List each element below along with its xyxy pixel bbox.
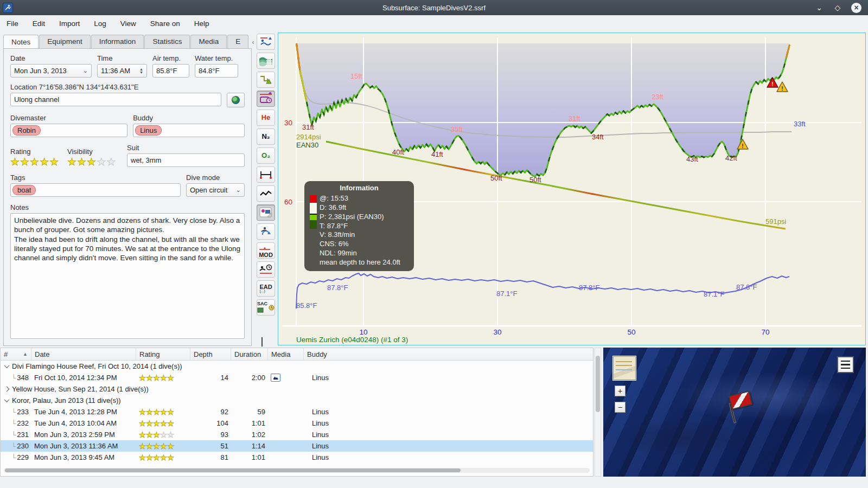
sac-label: SAC [257, 301, 267, 306]
minimize-button[interactable]: ⌄ [814, 3, 824, 12]
dc-ceiling-button[interactable] [257, 72, 275, 88]
trip-row[interactable]: Divi Flamingo House Reef, Fri Oct 10, 20… [1, 361, 593, 372]
calc-ceiling-diver-button[interactable] [257, 34, 275, 50]
map-zoom-in-button[interactable]: + [615, 386, 626, 396]
star-filled-icon: ★ [146, 408, 153, 416]
menu-help[interactable]: Help [194, 20, 209, 28]
star-filled-icon: ★ [139, 454, 146, 461]
toolbar-scroll-down-button[interactable] [261, 337, 270, 346]
location-field[interactable] [10, 93, 221, 106]
tab-extra[interactable]: E [227, 35, 248, 48]
collapse-icon[interactable] [4, 363, 10, 368]
globe-icon [232, 96, 240, 104]
star-filled-icon: ★ [30, 156, 40, 168]
buddy-tag[interactable]: Linus [135, 125, 162, 136]
star-empty-icon: ★ [160, 431, 167, 439]
col-header-buddy[interactable]: Buddy [304, 348, 593, 360]
dive-mode-select[interactable]: Open circuit ⌄ [186, 183, 245, 197]
menu-log[interactable]: Log [94, 20, 106, 28]
rating-label: Rating [10, 147, 62, 156]
tags-field[interactable]: boat [10, 183, 181, 197]
ead-button[interactable]: EAD (...) [257, 280, 275, 297]
expand-icon[interactable] [4, 387, 10, 392]
notes-textarea[interactable]: Unbelievable dive. Dozens and dozens of … [10, 213, 245, 339]
menu-view[interactable]: View [120, 20, 136, 28]
close-button[interactable]: × [851, 3, 861, 13]
profile-annotation: 23ft [652, 93, 663, 101]
photo-thumbnail-icon[interactable] [271, 374, 280, 382]
dive-mode-label: Dive mode [186, 174, 245, 182]
buddy-field[interactable]: Linus [133, 124, 245, 137]
menu-import[interactable]: Import [59, 20, 80, 28]
deco-time-button[interactable] [257, 261, 275, 278]
dive-rating: ★★★★★ [136, 408, 190, 416]
dive-profile-chart[interactable]: !!!15ft31ft2914psiEAN3040ft41ft35ft50ft5… [278, 33, 866, 345]
suit-field[interactable] [127, 153, 245, 167]
air-temp-label: Air temp. [152, 54, 189, 62]
mod-button[interactable]: MOD [257, 242, 275, 259]
menu-share-on[interactable]: Share on [150, 20, 180, 28]
col-header-rating[interactable]: Rating [136, 348, 190, 360]
scrollbar-thumb[interactable] [5, 468, 461, 472]
warning-exclamation: ! [771, 81, 773, 87]
dive-depth: 14 [190, 374, 231, 382]
collapse-icon[interactable] [4, 397, 10, 402]
vertical-scrollbar[interactable] [595, 348, 601, 477]
tank-pressure-toggle-button[interactable] [257, 91, 275, 107]
scrollbar-thumb[interactable] [596, 356, 600, 412]
diver-clock-icon [259, 263, 273, 276]
horizontal-scrollbar[interactable] [4, 468, 590, 473]
date-combobox[interactable]: Mon Jun 3, 2013 ⌄ [10, 64, 92, 78]
heart-rate-button[interactable] [257, 185, 275, 202]
tag-boat[interactable]: boat [12, 185, 36, 195]
tab-equipment[interactable]: Equipment [39, 35, 91, 48]
star-filled-icon: ★ [67, 156, 77, 168]
trip-label: Yellow House, Sun Sep 21, 2014 (1 dive(s… [12, 385, 149, 393]
spinner-arrows-icon[interactable]: ▲▼ [139, 68, 143, 74]
overview-minimap[interactable] [613, 356, 636, 380]
water-temp-field[interactable] [195, 64, 238, 78]
time-spinbox[interactable]: 11:36 AM ▲▼ [97, 64, 147, 78]
helium-graph-button[interactable]: He [257, 110, 275, 126]
dive-site-map[interactable]: + − [603, 348, 866, 477]
maximize-button[interactable]: ◇ [833, 3, 843, 12]
divemaster-field[interactable]: Robin [10, 124, 127, 137]
col-header-duration[interactable]: Duration [231, 348, 268, 360]
location-globe-button[interactable] [227, 93, 245, 107]
oxygen-graph-button[interactable]: O₂ [257, 147, 275, 164]
visibility-stars[interactable]: ★★★★★ [67, 157, 122, 167]
tab-notes[interactable]: Notes [3, 35, 39, 49]
sac-button[interactable]: SAC [257, 299, 275, 316]
rating-stars[interactable]: ★★★★★ [10, 157, 62, 167]
dive-flag-marker[interactable] [724, 389, 757, 425]
dive-row[interactable]: └233Tue Jun 4, 2013 12:28 PM★★★★★9259Lin… [1, 406, 593, 418]
col-header-depth[interactable]: Depth [190, 348, 231, 360]
trip-row[interactable]: Yellow House, Sun Sep 21, 2014 (1 dive(s… [1, 383, 593, 395]
tab-media[interactable]: Media [190, 35, 227, 48]
map-menu-button[interactable] [837, 356, 854, 373]
air-temp-field[interactable] [152, 64, 189, 78]
tab-information[interactable]: Information [91, 35, 144, 48]
surface-waves-button[interactable] [257, 53, 275, 69]
dive-row[interactable]: └348Fri Oct 10, 2014 12:34 PM★★★★★142:00… [1, 372, 593, 383]
col-header-media[interactable]: Media [268, 348, 304, 360]
dive-buddy: Linus [304, 408, 593, 416]
tab-statistics[interactable]: Statistics [144, 35, 190, 48]
ruler-button[interactable] [257, 166, 275, 183]
dive-row[interactable]: └230Mon Jun 3, 2013 11:36 AM★★★★★511:14L… [1, 440, 593, 452]
menu-edit[interactable]: Edit [33, 20, 45, 28]
show-photos-toggle-button[interactable] [257, 204, 275, 221]
dive-row[interactable]: └229Mon Jun 3, 2013 9:45 AM★★★★★811:01Li… [1, 452, 593, 463]
divemaster-tag[interactable]: Robin [12, 125, 41, 136]
col-header-date[interactable]: Date [31, 348, 136, 360]
dive-row[interactable]: └231Mon Jun 3, 2013 2:59 PM★★★★★931:02Li… [1, 429, 593, 440]
nitrogen-graph-button[interactable]: N₂ [257, 129, 275, 145]
map-zoom-out-button[interactable]: − [615, 402, 626, 413]
gas-switch-button[interactable] [257, 223, 275, 240]
col-header-number[interactable]: #▲ [1, 348, 31, 360]
star-filled-icon: ★ [167, 420, 174, 427]
profile-info-tooltip[interactable]: Information @: 15:53D: 36.9ftP: 2,381psi… [304, 181, 414, 271]
dive-row[interactable]: └232Tue Jun 4, 2013 10:04 AM★★★★★1041:01… [1, 418, 593, 429]
trip-row[interactable]: Koror, Palau, Jun 2013 (11 dive(s)) [1, 395, 593, 406]
menu-file[interactable]: File [7, 20, 18, 28]
